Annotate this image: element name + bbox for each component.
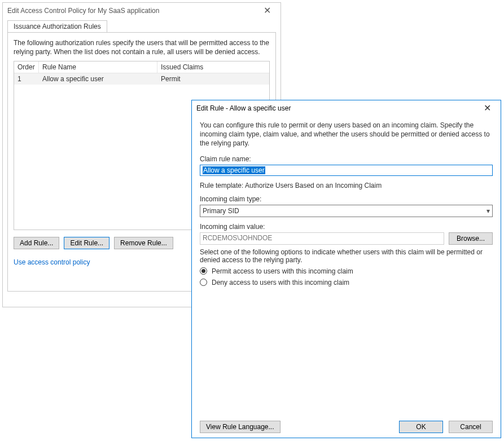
radio-deny[interactable]: Deny access to users with this incoming … <box>200 279 493 286</box>
claim-rule-name-input[interactable]: Allow a specific user <box>200 165 493 176</box>
incoming-claim-type-value: Primary SID <box>203 207 239 215</box>
incoming-claim-value-row: RCDEMOS\JOHNDOE Browse... <box>200 232 493 245</box>
use-access-control-policy-link[interactable]: Use access control policy <box>14 258 90 266</box>
view-rule-language-button[interactable]: View Rule Language... <box>200 421 281 433</box>
incoming-claim-value-label: Incoming claim value: <box>200 223 493 231</box>
cell-claims: Permit <box>157 73 269 85</box>
policy-dialog-titlebar: Edit Access Control Policy for My SaaS a… <box>3 3 281 19</box>
edit-rule-title: Edit Rule - Allow a specific user <box>196 104 476 112</box>
incoming-claim-type-label: Incoming claim type: <box>200 195 493 203</box>
tab-strip: Issuance Authorization Rules <box>7 20 276 32</box>
ok-button[interactable]: OK <box>399 421 443 433</box>
col-order[interactable]: Order <box>14 61 39 73</box>
edit-rule-dialog: Edit Rule - Allow a specific user ✕ You … <box>191 100 501 438</box>
cell-order: 1 <box>14 73 39 85</box>
edit-rule-footer: View Rule Language... OK Cancel <box>200 421 493 433</box>
col-rule-name[interactable]: Rule Name <box>39 61 157 73</box>
permit-deny-hint: Select one of the following options to i… <box>200 248 493 264</box>
edit-rule-description: You can configure this rule to permit or… <box>200 121 493 148</box>
policy-dialog-title: Edit Access Control Policy for My SaaS a… <box>7 7 256 15</box>
radio-permit[interactable]: Permit access to users with this incomin… <box>200 267 493 275</box>
rules-table-header: Order Rule Name Issued Claims <box>14 61 269 73</box>
close-icon[interactable]: ✕ <box>256 4 278 17</box>
browse-button[interactable]: Browse... <box>449 232 493 245</box>
incoming-claim-value-input[interactable]: RCDEMOS\JOHNDOE <box>200 232 444 245</box>
claim-rule-name-value: Allow a specific user <box>203 166 265 174</box>
claim-rule-name-label: Claim rule name: <box>200 155 493 163</box>
radio-dot-icon <box>200 267 207 275</box>
chevron-down-icon: ▾ <box>487 207 490 215</box>
cell-name: Allow a specific user <box>39 73 157 85</box>
edit-rule-body: You can configure this rule to permit or… <box>192 116 501 286</box>
rules-table-body: 1 Allow a specific user Permit <box>14 73 269 85</box>
tab-issuance-auth-rules[interactable]: Issuance Authorization Rules <box>7 20 107 33</box>
add-rule-button[interactable]: Add Rule... <box>14 237 59 249</box>
cancel-button[interactable]: Cancel <box>449 421 493 433</box>
close-icon[interactable]: ✕ <box>476 102 498 115</box>
remove-rule-button[interactable]: Remove Rule... <box>114 237 173 249</box>
radio-dot-icon <box>200 279 207 286</box>
col-issued-claims[interactable]: Issued Claims <box>157 61 269 73</box>
edit-rule-titlebar: Edit Rule - Allow a specific user ✕ <box>192 100 501 116</box>
table-row[interactable]: 1 Allow a specific user Permit <box>14 73 269 85</box>
intro-text: The following authorization rules specif… <box>14 38 270 56</box>
rule-template-label: Rule template: Authorize Users Based on … <box>200 182 493 189</box>
incoming-claim-type-combobox[interactable]: Primary SID ▾ <box>200 205 493 217</box>
radio-permit-label: Permit access to users with this incomin… <box>212 267 353 275</box>
edit-rule-button[interactable]: Edit Rule... <box>64 237 109 249</box>
radio-deny-label: Deny access to users with this incoming … <box>212 279 349 286</box>
